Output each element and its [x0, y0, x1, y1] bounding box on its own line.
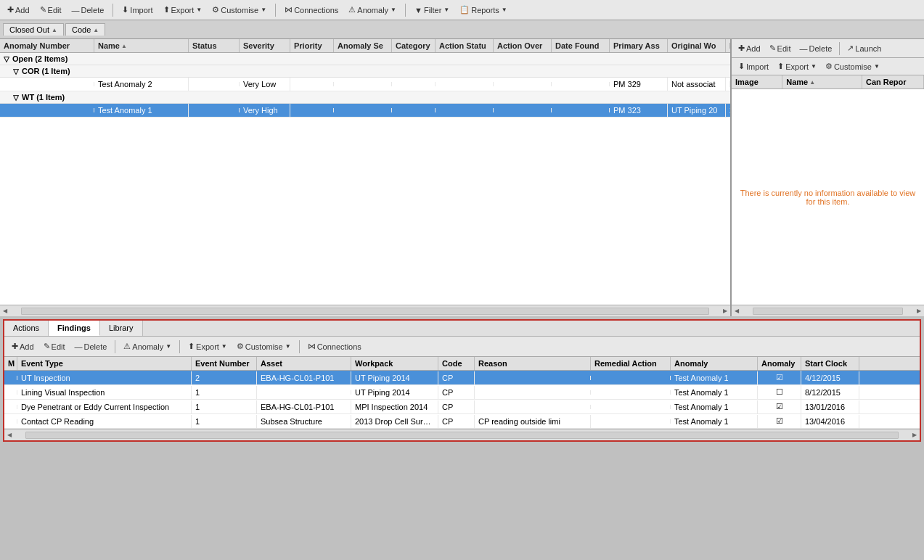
separator [115, 340, 115, 353]
group-open[interactable]: ▽ Open (2 Items) [0, 53, 730, 65]
reports-icon: 📋 [459, 5, 470, 15]
bottom-edit-button[interactable]: ✎ Edit [41, 341, 68, 352]
col-start-clock[interactable]: Start Clock [801, 357, 859, 370]
col-reason[interactable]: Reason [475, 357, 591, 370]
export-button[interactable]: ⬆ Export ▼ [160, 4, 205, 15]
right-scroll-left-btn[interactable]: ◀ [732, 308, 742, 314]
findings-row[interactable]: UT Inspection 2 EBA-HG-CL01-P101 UT Pipi… [4, 371, 920, 385]
col-date-found[interactable]: Date Found [552, 39, 610, 52]
bottom-connections-button[interactable]: ⋈ Connections [305, 341, 364, 352]
scroll-left-btn[interactable]: ◀ [0, 308, 10, 314]
delete-icon: — [75, 342, 83, 351]
separator3 [405, 4, 406, 17]
col-severity[interactable]: Severity [240, 39, 290, 52]
group-wt[interactable]: ▽ WT (1 Item) [0, 91, 730, 104]
delete-icon: — [800, 44, 808, 53]
col-asset[interactable]: Asset [257, 357, 351, 370]
right-import-button[interactable]: ⬇ Import [735, 61, 772, 72]
right-import-toolbar: ⬇ Import ⬆ Export ▼ ⚙ Customise ▼ [732, 58, 924, 75]
col-most-recent[interactable]: Most Recen [726, 39, 730, 52]
right-scrollbar[interactable]: ◀ ▶ [732, 305, 924, 316]
customise-button[interactable]: ⚙ Customise ▼ [209, 4, 269, 15]
filter-button[interactable]: ▼ Filter ▼ [412, 5, 452, 15]
right-scroll-track[interactable] [753, 308, 903, 315]
findings-row[interactable]: Lining Visual Inspection 1 UT Piping 201… [4, 385, 920, 400]
anomaly-button[interactable]: ⚠ Anomaly ▼ [346, 4, 399, 15]
table-row[interactable]: Test Anomaly 1 Very High PM 323 UT Pipin… [0, 104, 730, 118]
filter-tab-code[interactable]: Code ▲ [65, 23, 105, 36]
tab-library[interactable]: Library [100, 321, 143, 336]
group-toggle-cor[interactable]: ▽ [13, 67, 19, 75]
group-cor[interactable]: ▽ COR (1 Item) [0, 65, 730, 78]
tab-findings[interactable]: Findings [49, 321, 100, 336]
add-icon: ✚ [12, 342, 18, 351]
bottom-scroll-track[interactable] [25, 432, 899, 439]
col-anomaly-se[interactable]: Anomaly Se [334, 39, 392, 52]
col-anomaly[interactable]: Anomaly [671, 357, 758, 370]
column-headers: Anomaly Number Name ▲ Status Severity Pr… [0, 39, 730, 53]
separator2 [275, 4, 276, 17]
table-row[interactable]: Test Anomaly 2 Very Low PM 329 Not assoc… [0, 78, 730, 91]
right-col-image[interactable]: Image [732, 75, 782, 88]
bottom-tabs: Actions Findings Library [4, 321, 920, 337]
bottom-toolbar: ✚ Add ✎ Edit — Delete ⚠ Anomaly ▼ ⬆ Expo… [4, 337, 920, 357]
right-col-can-report[interactable]: Can Repor [862, 75, 924, 88]
bottom-scroll-left-btn[interactable]: ◀ [4, 432, 15, 438]
bottom-delete-button[interactable]: — Delete [72, 342, 110, 352]
edit-button[interactable]: ✎ Edit [37, 4, 65, 15]
col-action-status[interactable]: Action Statu [436, 39, 494, 52]
col-remedial-action[interactable]: Remedial Action [591, 357, 671, 370]
connections-button[interactable]: ⋈ Connections [282, 4, 341, 15]
horizontal-scrollbar[interactable]: ◀ ▶ [0, 305, 730, 316]
right-customise-button[interactable]: ⚙ Customise ▼ [822, 61, 883, 72]
main-area: Anomaly Number Name ▲ Status Severity Pr… [0, 39, 924, 316]
bottom-panel: Actions Findings Library ✚ Add ✎ Edit — … [3, 319, 921, 442]
scroll-right-btn[interactable]: ▶ [720, 308, 730, 314]
col-anomaly-number[interactable]: Anomaly Number [0, 39, 94, 52]
bottom-anomaly-button[interactable]: ⚠ Anomaly ▼ [120, 341, 174, 352]
bottom-customise-button[interactable]: ⚙ Customise ▼ [234, 341, 294, 352]
right-delete-button[interactable]: — Delete [797, 44, 835, 54]
bottom-scroll-right-btn[interactable]: ▶ [909, 432, 920, 438]
right-export-button[interactable]: ⬆ Export ▼ [774, 61, 819, 72]
col-category[interactable]: Category [392, 39, 436, 52]
right-edit-button[interactable]: ✎ Edit [766, 43, 794, 54]
right-scroll-right-btn[interactable]: ▶ [914, 308, 924, 314]
col-code[interactable]: Code [438, 357, 475, 370]
filter-tab-closed-out[interactable]: Closed Out ▲ [3, 23, 64, 36]
col-workpack[interactable]: Workpack [351, 357, 438, 370]
col-primary-ass[interactable]: Primary Ass [610, 39, 668, 52]
bottom-scrollbar[interactable]: ◀ ▶ [4, 429, 920, 440]
bottom-export-button[interactable]: ⬆ Export ▼ [185, 341, 230, 352]
col-priority[interactable]: Priority [290, 39, 334, 52]
tab-actions[interactable]: Actions [4, 321, 49, 336]
col-status[interactable]: Status [189, 39, 240, 52]
group-toggle-open[interactable]: ▽ [4, 55, 9, 63]
reports-button[interactable]: 📋 Reports ▼ [457, 4, 510, 15]
col-name[interactable]: Name ▲ [94, 39, 189, 52]
delete-button[interactable]: — Delete [69, 5, 107, 15]
import-button[interactable]: ⬇ Import [119, 4, 155, 15]
right-col-name[interactable]: Name ▲ [782, 75, 862, 88]
bottom-add-button[interactable]: ✚ Add [9, 341, 37, 352]
group-toggle-wt[interactable]: ▽ [13, 94, 19, 102]
no-info-message: There is currently no information availa… [732, 89, 924, 305]
col-m[interactable]: M [4, 357, 17, 370]
top-toolbar: ✚ Add ✎ Edit — Delete ⬇ Import ⬆ Export … [0, 0, 924, 20]
right-add-button[interactable]: ✚ Add [735, 43, 764, 54]
delete-icon: — [72, 6, 80, 15]
right-launch-button[interactable]: ↗ Launch [844, 43, 884, 54]
col-event-number[interactable]: Event Number [192, 357, 257, 370]
anomaly-icon: ⚠ [348, 5, 356, 15]
col-event-type[interactable]: Event Type [17, 357, 192, 370]
right-panel: ✚ Add ✎ Edit — Delete ↗ Launch ⬇ Import [732, 39, 924, 316]
findings-row[interactable]: Dye Penetrant or Eddy Current Inspection… [4, 400, 920, 414]
col-anomaly-cb[interactable]: Anomaly [758, 357, 801, 370]
scroll-track[interactable] [21, 308, 709, 315]
add-icon: ✚ [738, 44, 745, 53]
col-original-wo[interactable]: Original Wo [668, 39, 726, 52]
findings-row[interactable]: Contact CP Reading 1 Subsea Structure 20… [4, 414, 920, 429]
col-action-over[interactable]: Action Over [494, 39, 552, 52]
sort-asc-icon: ▲ [52, 27, 57, 33]
add-button[interactable]: ✚ Add [4, 4, 33, 15]
